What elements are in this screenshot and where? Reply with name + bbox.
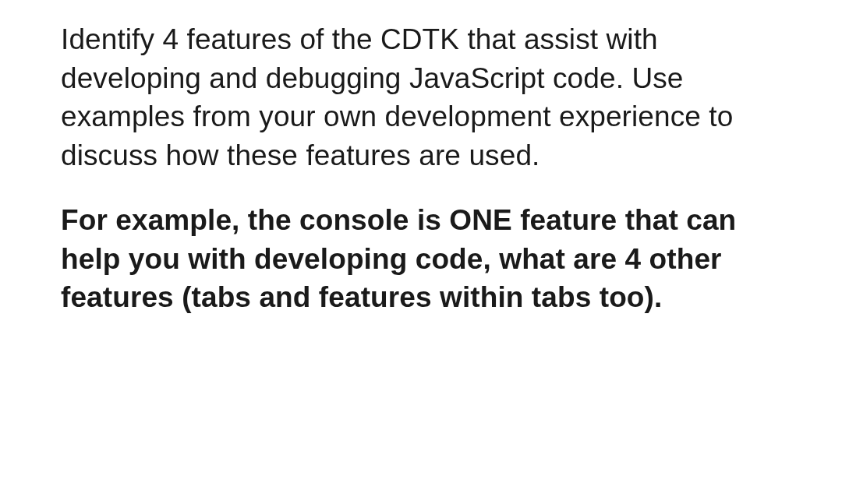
question-paragraph: Identify 4 features of the CDTK that ass… xyxy=(61,20,787,174)
document-page: Identify 4 features of the CDTK that ass… xyxy=(0,0,842,317)
example-paragraph: For example, the console is ONE feature … xyxy=(61,201,787,317)
